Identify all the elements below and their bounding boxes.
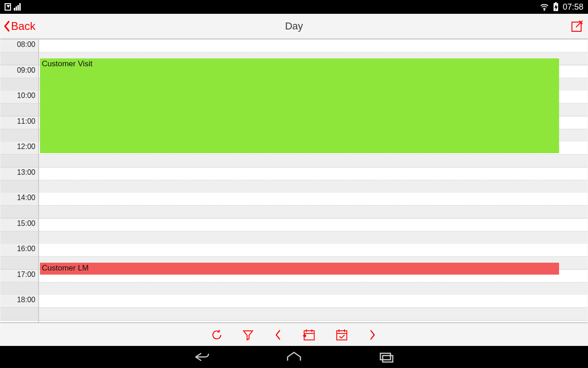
svg-rect-16 — [380, 353, 390, 360]
calendar-goto-button[interactable] — [302, 328, 316, 341]
svg-marker-7 — [243, 331, 253, 340]
back-button[interactable]: Back — [3, 20, 35, 33]
hour-label: 09:00 — [17, 66, 35, 75]
status-time: 07:58 — [563, 2, 583, 12]
android-home-button[interactable] — [285, 351, 303, 363]
signal-icon — [14, 3, 21, 11]
calendar-grid[interactable]: Customer Visit Customer LM — [38, 40, 588, 322]
svg-rect-2 — [555, 2, 557, 3]
hour-label: 11:00 — [17, 117, 35, 126]
prev-button[interactable] — [273, 329, 283, 341]
download-icon — [5, 3, 11, 11]
event-title: Customer LM — [42, 264, 89, 272]
svg-rect-12 — [337, 331, 347, 340]
android-back-button[interactable] — [193, 351, 211, 363]
hour-label: 18:00 — [17, 296, 35, 304]
page-title: Day — [285, 20, 303, 32]
bottom-toolbar — [0, 323, 588, 346]
back-label: Back — [11, 20, 35, 33]
refresh-button[interactable] — [211, 329, 223, 341]
hour-label: 13:00 — [17, 168, 35, 177]
hour-label: 14:00 — [17, 194, 35, 202]
calendar-today-button[interactable] — [335, 328, 349, 341]
time-gutter: 08:00 09:00 10:00 11:00 12:00 13:00 14:0… — [0, 40, 38, 322]
app-header: Back Day — [0, 14, 588, 39]
hour-label: 08:00 — [17, 40, 35, 49]
hour-label: 10:00 — [17, 92, 35, 100]
compose-button[interactable] — [571, 20, 583, 33]
hour-label: 16:00 — [17, 245, 35, 253]
svg-point-0 — [544, 9, 545, 10]
hour-label: 12:00 — [17, 143, 35, 151]
filter-button[interactable] — [242, 329, 254, 341]
hour-label: 17:00 — [17, 270, 35, 279]
battery-charging-icon — [553, 2, 559, 12]
android-recents-button[interactable] — [377, 351, 395, 363]
svg-rect-17 — [383, 356, 393, 362]
event-title: Customer Visit — [42, 59, 92, 68]
day-calendar[interactable]: 08:00 09:00 10:00 11:00 12:00 13:00 14:0… — [0, 39, 588, 323]
chevron-left-icon — [3, 20, 11, 33]
hour-label: 15:00 — [17, 219, 35, 228]
calendar-event[interactable]: Customer LM — [40, 263, 559, 275]
wifi-icon — [540, 3, 549, 11]
android-nav-bar — [0, 346, 588, 368]
next-button[interactable] — [368, 329, 377, 341]
calendar-event[interactable]: Customer Visit — [40, 58, 559, 153]
android-status-bar: 07:58 — [0, 0, 588, 14]
